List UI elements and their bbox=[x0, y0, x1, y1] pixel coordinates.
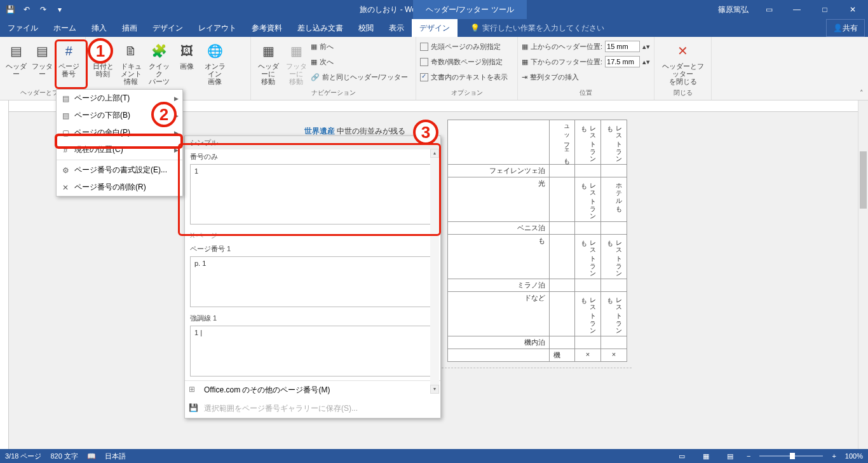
contextual-tab-label: ヘッダー/フッター ツール bbox=[413, 0, 527, 19]
goto-header-button[interactable]: ▦ヘッダーに 移動 bbox=[255, 39, 281, 86]
goto-header-icon: ▦ bbox=[258, 41, 278, 61]
save-gallery-icon: 💾 bbox=[189, 403, 198, 412]
spinner-icon[interactable]: ▴▾ bbox=[642, 43, 650, 51]
share-button[interactable]: 👤 共有 bbox=[826, 19, 865, 37]
tab-mailings[interactable]: 差し込み文書 bbox=[290, 19, 351, 37]
ribbon-options-icon[interactable]: ▭ bbox=[756, 0, 782, 19]
bulb-icon: 💡 bbox=[470, 24, 480, 32]
vertical-ruler bbox=[0, 100, 9, 449]
menu-format-numbers[interactable]: ⚙ページ番号の書式設定(E)... bbox=[57, 162, 182, 179]
status-page[interactable]: 3/18 ページ bbox=[5, 452, 41, 461]
footer-button[interactable]: ▤フッター bbox=[30, 39, 55, 79]
gallery-save-selection: 💾選択範囲をページ番号ギャラリーに保存(S)... bbox=[185, 399, 440, 418]
status-lang[interactable]: 日本語 bbox=[105, 452, 126, 461]
online-pictures-button[interactable]: 🌐オンライン 画像 bbox=[201, 39, 228, 86]
image-icon: 🖼 bbox=[177, 41, 197, 61]
header-top-input[interactable] bbox=[605, 41, 640, 52]
tab-home[interactable]: ホーム bbox=[46, 19, 84, 37]
header-button[interactable]: ▤ヘッダー bbox=[4, 39, 29, 79]
opt-diff-first[interactable]: 先頭ページのみ別指定 bbox=[420, 39, 508, 53]
page-number-icon: # bbox=[58, 41, 79, 61]
close-icon[interactable]: ✕ bbox=[840, 0, 865, 19]
status-words[interactable]: 820 文字 bbox=[50, 452, 78, 461]
tab-review[interactable]: 校閲 bbox=[351, 19, 381, 37]
spinner-icon[interactable]: ▴▾ bbox=[642, 58, 650, 66]
close-hf-icon: ✕ bbox=[673, 41, 693, 61]
user-name[interactable]: 篠原篤弘 bbox=[713, 4, 754, 15]
minimize-icon[interactable]: — bbox=[784, 0, 810, 19]
prev-icon: ▦ bbox=[311, 43, 317, 51]
docinfo-icon: 🗎 bbox=[121, 41, 141, 61]
tab-layout[interactable]: レイアウト bbox=[191, 19, 244, 37]
gallery-label-page-1: ページ番号 1 bbox=[185, 242, 440, 255]
remove-icon: ✕ bbox=[60, 183, 71, 192]
quick-access-toolbar: 💾 ↶ ↷ ▾ bbox=[0, 2, 70, 17]
next-section-button[interactable]: ▦次へ bbox=[311, 55, 408, 69]
quickparts-icon: 🧩 bbox=[149, 41, 169, 61]
gallery-more-office[interactable]: ⊞Office.com のその他のページ番号(M)▶ bbox=[185, 381, 440, 399]
title-bar: 💾 ↶ ↷ ▾ 旅のしおり - Word ヘッダー/フッター ツール 篠原篤弘 … bbox=[0, 0, 868, 19]
gallery-label-emphasis-1: 強調線 1 bbox=[185, 311, 440, 324]
zoom-in-icon[interactable]: + bbox=[832, 452, 836, 460]
view-read-icon[interactable]: ▭ bbox=[674, 452, 689, 460]
format-icon: ⚙ bbox=[60, 166, 71, 175]
opt-show-text[interactable]: 文書内のテキストを表示 bbox=[420, 70, 508, 84]
tab-view[interactable]: 表示 bbox=[381, 19, 412, 37]
header-top-icon: ▦ bbox=[522, 43, 528, 51]
undo-icon[interactable]: ↶ bbox=[19, 2, 34, 17]
group-label-close: 閉じる bbox=[658, 87, 707, 97]
align-tab-button[interactable]: ⇥整列タブの挿入 bbox=[522, 70, 650, 84]
gallery-item-emphasis-1[interactable]: 1 | bbox=[190, 326, 435, 377]
office-icon: ⊞ bbox=[189, 385, 195, 394]
proofing-icon[interactable]: 📖 bbox=[87, 452, 96, 460]
group-label-nav: ナビゲーション bbox=[255, 87, 412, 97]
page-number-button[interactable]: #ページ 番号 bbox=[57, 39, 81, 79]
tab-references[interactable]: 参考資料 bbox=[244, 19, 290, 37]
tab-file[interactable]: ファイル bbox=[0, 19, 46, 37]
close-hf-button[interactable]: ✕ヘッダーとフッター を閉じる bbox=[658, 39, 707, 86]
link-previous-button[interactable]: 🔗前と同じヘッダー/フッター bbox=[311, 70, 408, 84]
share-icon: 👤 bbox=[833, 24, 843, 32]
group-label-position: 位置 bbox=[522, 87, 650, 97]
tab-insert[interactable]: 挿入 bbox=[84, 19, 114, 37]
menu-remove-numbers[interactable]: ✕ページ番号の削除(R) bbox=[57, 179, 182, 196]
doc-info-button[interactable]: 🗎ドキュメント 情報 bbox=[118, 39, 144, 86]
goto-footer-button[interactable]: ▦フッターに 移動 bbox=[283, 39, 309, 86]
page-top-icon: ▤ bbox=[60, 94, 71, 103]
zoom-out-icon[interactable]: − bbox=[747, 452, 750, 460]
zoom-level[interactable]: 100% bbox=[845, 452, 863, 460]
gallery-item-page-1[interactable]: p. 1 bbox=[190, 256, 435, 307]
footer-bottom-icon: ▦ bbox=[522, 58, 528, 66]
opt-diff-odd-even[interactable]: 奇数/偶数ページ別指定 bbox=[420, 55, 508, 69]
tab-draw[interactable]: 描画 bbox=[114, 19, 145, 37]
prev-section-button[interactable]: ▦前へ bbox=[311, 39, 408, 53]
tab-hf-design[interactable]: デザイン bbox=[412, 19, 458, 37]
footer-bottom-input[interactable] bbox=[605, 56, 640, 67]
maximize-icon[interactable]: □ bbox=[812, 0, 837, 19]
gallery-scrollbar[interactable]: ▴▾ bbox=[430, 149, 439, 394]
redo-icon[interactable]: ↷ bbox=[36, 2, 51, 17]
save-icon[interactable]: 💾 bbox=[3, 2, 18, 17]
callout-2-badge: 2 bbox=[151, 102, 177, 127]
callout-3-badge: 3 bbox=[413, 120, 438, 145]
qat-more-icon[interactable]: ▾ bbox=[52, 2, 67, 17]
menu-current-position[interactable]: #現在の位置(C)▶ bbox=[57, 141, 182, 158]
tab-design[interactable]: デザイン bbox=[145, 19, 191, 37]
quick-parts-button[interactable]: 🧩クイック パーツ bbox=[146, 39, 172, 86]
gallery-label-x-page: X ページ bbox=[185, 228, 440, 242]
group-label-options: オプション bbox=[420, 87, 513, 97]
page-number-gallery: シンプル 番号のみ 1 X ページ ページ番号 1 p. 1 強調線 1 1 |… bbox=[184, 135, 441, 418]
window-title: 旅のしおり - Word bbox=[70, 4, 713, 15]
collapse-ribbon-icon[interactable]: ˄ bbox=[855, 37, 868, 100]
view-web-icon[interactable]: ▤ bbox=[722, 452, 738, 460]
itinerary-table: ュッフェもレストランもレストランも フェイレンツェ泊 光レストランもホテルも ベ… bbox=[447, 120, 627, 362]
next-icon: ▦ bbox=[311, 58, 317, 66]
callout-1-badge: 1 bbox=[88, 38, 113, 64]
gallery-label-num-only: 番号のみ bbox=[185, 149, 440, 163]
tell-me[interactable]: 💡 実行したい作業を入力してください bbox=[470, 23, 604, 34]
zoom-slider[interactable] bbox=[759, 455, 823, 457]
gallery-item-num-only[interactable]: 1 bbox=[190, 164, 435, 225]
view-print-icon[interactable]: ▦ bbox=[698, 452, 714, 460]
vertical-scrollbar[interactable] bbox=[858, 100, 868, 449]
pictures-button[interactable]: 🖼画像 bbox=[173, 39, 200, 71]
